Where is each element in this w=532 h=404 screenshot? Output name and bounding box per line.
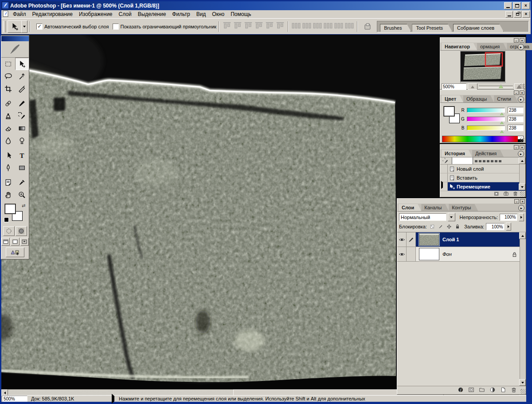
rectangular-marquee-tool[interactable] bbox=[1, 58, 15, 70]
tab-brushes[interactable]: Brushes bbox=[380, 24, 411, 32]
default-colors-icon[interactable] bbox=[4, 217, 9, 222]
distribute-horizontal-center-icon[interactable] bbox=[334, 21, 344, 30]
history-resize-grip[interactable] bbox=[520, 192, 525, 196]
auto-select-layer-option[interactable]: ✓ Автоматический выбор слоя bbox=[36, 24, 109, 30]
history-scroll-up-icon[interactable] bbox=[519, 157, 525, 164]
type-tool[interactable]: T bbox=[15, 149, 29, 161]
jump-to-imageready-button[interactable] bbox=[6, 247, 24, 257]
fill-value[interactable]: 100% bbox=[486, 223, 505, 230]
distribute-right-icon[interactable] bbox=[344, 21, 354, 30]
zoom-tool[interactable] bbox=[15, 188, 29, 201]
fill-slider-arrow[interactable] bbox=[506, 223, 511, 231]
menu-item-8[interactable]: Окно bbox=[209, 10, 227, 18]
history-tab-2[interactable]: Действия bbox=[472, 150, 504, 157]
navigator-zoom-field[interactable]: 500% bbox=[442, 83, 466, 90]
current-tool-button[interactable] bbox=[8, 20, 22, 33]
document-restore-button[interactable] bbox=[514, 11, 521, 18]
new-snapshot-icon[interactable] bbox=[503, 191, 509, 197]
navigator-zoom-slider[interactable] bbox=[479, 86, 513, 88]
layers-scroll-up-icon[interactable] bbox=[519, 232, 526, 239]
new-layer-icon[interactable] bbox=[500, 387, 506, 394]
tool-preset-dropdown[interactable] bbox=[21, 20, 27, 33]
navigator-tab-1[interactable]: Навигатор bbox=[442, 43, 477, 50]
lock-position-icon[interactable] bbox=[446, 224, 452, 230]
history-state-row[interactable]: Новый слой bbox=[440, 165, 525, 173]
color-spectrum-ramp[interactable] bbox=[442, 136, 524, 142]
align-top-icon[interactable] bbox=[222, 21, 232, 30]
navigator-titlebar[interactable]: – × bbox=[440, 38, 525, 43]
channel-value-B[interactable]: 238 bbox=[508, 125, 524, 131]
lasso-tool[interactable] bbox=[1, 70, 15, 82]
menu-item-1[interactable]: Файл bbox=[10, 10, 29, 18]
layers-tab-3[interactable]: Контуры bbox=[449, 204, 478, 211]
history-brush-tool[interactable] bbox=[15, 110, 29, 122]
tab-layer-comps[interactable]: Собрание слоев bbox=[453, 24, 504, 32]
history-state-row[interactable]: Перемещение bbox=[440, 182, 525, 191]
document-close-button[interactable]: × bbox=[522, 11, 530, 18]
opacity-slider-arrow[interactable] bbox=[519, 213, 524, 221]
color-tab-2[interactable]: Образцы bbox=[463, 95, 494, 102]
eyedropper-tool[interactable] bbox=[15, 176, 29, 188]
menu-item-4[interactable]: Слой bbox=[116, 10, 135, 18]
toolbox-grip[interactable] bbox=[1, 36, 29, 41]
history-brush-source-icon[interactable] bbox=[441, 158, 450, 164]
color-tab-3[interactable]: Стили bbox=[494, 95, 518, 102]
history-titlebar[interactable]: – × bbox=[440, 145, 525, 149]
navigator-tab-2[interactable]: ормация bbox=[477, 43, 507, 50]
options-bar-grip[interactable] bbox=[3, 21, 6, 32]
channel-slider-R[interactable] bbox=[467, 108, 505, 113]
lock-transparency-icon[interactable] bbox=[429, 224, 435, 230]
layers-close-icon[interactable]: × bbox=[520, 199, 525, 204]
align-left-icon[interactable] bbox=[254, 21, 264, 30]
channel-slider-G[interactable] bbox=[467, 117, 505, 122]
history-menu-icon[interactable]: ► bbox=[518, 151, 524, 157]
layer-thumbnail[interactable] bbox=[419, 248, 439, 260]
history-scrollbar[interactable] bbox=[519, 157, 525, 190]
healing-brush-tool[interactable] bbox=[1, 97, 15, 110]
show-bounding-box-checkbox[interactable] bbox=[113, 24, 119, 30]
new-document-from-state-icon[interactable] bbox=[494, 191, 500, 197]
history-minimize-icon[interactable]: – bbox=[514, 145, 519, 149]
hand-tool[interactable] bbox=[1, 188, 15, 201]
history-scroll-down-icon[interactable] bbox=[519, 184, 525, 190]
pen-tool[interactable] bbox=[1, 161, 15, 174]
dodge-tool[interactable] bbox=[15, 134, 29, 147]
layers-minimize-icon[interactable]: – bbox=[514, 199, 519, 204]
layers-tab-2[interactable]: Каналы bbox=[421, 204, 449, 211]
color-titlebar[interactable]: – × bbox=[440, 90, 525, 95]
slice-tool[interactable] bbox=[15, 82, 29, 95]
history-brush-source-cell[interactable] bbox=[440, 165, 448, 173]
navigator-resize-grip[interactable] bbox=[520, 84, 525, 89]
layer-row-2[interactable]: Фон bbox=[397, 247, 526, 262]
snapshot-thumbnail[interactable] bbox=[452, 157, 473, 165]
standard-screen-mode-button[interactable] bbox=[1, 238, 10, 246]
menu-item-7[interactable]: Вид bbox=[193, 10, 209, 18]
layers-menu-icon[interactable]: ► bbox=[518, 205, 524, 211]
lock-all-icon[interactable] bbox=[454, 224, 461, 230]
tab-tool-presets[interactable]: Tool Presets bbox=[412, 24, 452, 32]
fullscreen-menubar-mode-button[interactable] bbox=[11, 238, 19, 246]
distribute-left-icon[interactable] bbox=[323, 21, 333, 30]
history-state-row[interactable]: Вставить bbox=[440, 173, 525, 182]
layer-thumbnail[interactable] bbox=[419, 233, 439, 246]
close-button[interactable]: × bbox=[522, 2, 530, 9]
align-vertical-center-icon[interactable] bbox=[233, 21, 243, 30]
align-right-icon[interactable] bbox=[275, 21, 285, 30]
blend-mode-dropdown-arrow[interactable] bbox=[448, 213, 455, 221]
clone-stamp-tool[interactable] bbox=[1, 110, 15, 122]
channel-slider-thumb-B[interactable] bbox=[500, 130, 504, 133]
swap-colors-icon[interactable]: ⇄ bbox=[22, 203, 25, 208]
paintbrush-edit-icon[interactable] bbox=[407, 232, 416, 247]
layers-resize-grip[interactable] bbox=[520, 389, 525, 394]
channel-value-G[interactable]: 238 bbox=[508, 116, 524, 122]
menu-item-6[interactable]: Фильтр bbox=[169, 10, 193, 18]
delete-state-trash-icon[interactable] bbox=[512, 191, 518, 197]
distribute-top-icon[interactable] bbox=[291, 21, 301, 30]
color-tab-1[interactable]: Цвет bbox=[442, 95, 463, 102]
add-layer-mask-icon[interactable] bbox=[468, 387, 474, 394]
show-bounding-box-option[interactable]: Показать ограничивающий прямоугольник bbox=[113, 24, 217, 30]
crop-tool[interactable] bbox=[1, 82, 15, 95]
navigator-menu-icon[interactable]: ► bbox=[518, 44, 524, 50]
layer-row-1[interactable]: Слой 1 bbox=[397, 232, 526, 247]
document-minimize-button[interactable] bbox=[505, 11, 513, 18]
